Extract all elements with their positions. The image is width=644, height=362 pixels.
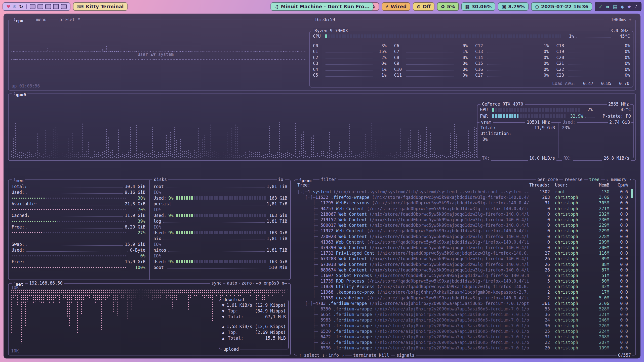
process-row[interactable]: ├─ 218067 Web Content (/nix/store/fqadd0… [297,211,628,217]
process-row[interactable]: ├─ 673038 Web Content (/nix/store/fqadd0… [297,261,628,267]
process-row[interactable]: ├─ 6654 .ferdium-wrappe (/nix/store/a1pj… [297,312,628,317]
net-auto-button[interactable]: auto [225,280,239,286]
media-module[interactable]: ♫ Minuit Machine - Don't Run Fro... [270,2,373,11]
proc-panel-title[interactable]: 4proc [298,176,313,183]
process-row[interactable]: ├─ 11972 Web Content (/nix/store/fqadd0b… [297,228,628,234]
select-control[interactable]: ↑ select ↓ [297,352,326,358]
per-core-toggle[interactable]: per-core [536,176,559,183]
reload-icon[interactable]: ↻ [19,4,23,9]
kill-button[interactable]: Kill [377,352,391,358]
network-module[interactable]: ⚡Wired [382,2,411,11]
cpu-module[interactable]: ♻5% [437,2,459,11]
signals-button[interactable]: signals [395,352,416,358]
workspace-button[interactable] [53,4,59,9]
disk-used-row: Used:9%163 GiB [153,259,287,264]
process-row[interactable]: ├─ 11739 RDD Process (/nix/store/fqadd0b… [297,278,628,284]
tree-toggle[interactable]: tree [588,176,601,183]
process-row[interactable]: ├─ 11968 .keepassxc-prox (/nix/store/bsl… [297,289,628,295]
terminate-button[interactable]: terminate [352,352,378,358]
col-tree[interactable]: Tree: [297,183,529,188]
memory-module[interactable]: ▦30.06% [461,2,495,11]
info-button[interactable]: info ↵ [327,352,345,358]
workspace-button[interactable] [45,4,51,9]
reverse-toggle[interactable]: reverse [563,176,584,183]
net-sync-button[interactable]: sync [210,280,223,286]
workspace-button[interactable] [61,4,67,9]
process-row[interactable]: ├─ 6472 .ferdium-wrappe (/nix/store/a1pj… [297,334,628,340]
update-interval-control[interactable]: - 1000ms + [604,17,633,23]
download-title: download [222,297,246,303]
sort-column-selector[interactable]: ‹ memory › [605,176,633,183]
gpu-rx-value: 26,8 MiB/s [602,155,631,161]
cpu-panel: 1cpu menu preset * 16:36:59 - 1000ms + u… [8,20,636,90]
gpu-utilization-value: 0% [482,137,488,142]
process-row[interactable]: ├─ 689674 Web Content (/nix/store/fqadd0… [297,267,628,273]
workspaces-module[interactable]: ♥ ❄ ↻ [3,2,70,11]
disks-io-toggle[interactable]: io [277,176,285,183]
disk-row: persist1,81 TiB [153,201,287,207]
tray-icon[interactable]: ▤ [613,4,617,9]
menu-button[interactable]: menu [35,17,48,23]
disk-row: boot510 MiB [153,264,287,270]
process-row[interactable]: ├─ 11732 Privileged Cont (/nix/store/fqa… [297,250,628,256]
process-row[interactable]: [-]─1 systemd (/run/current-system/syste… [297,189,628,195]
tray-icon[interactable]: ✓ [599,4,602,9]
process-row[interactable]: ├─ 6517 .ferdium-wrappe (/nix/store/a1pj… [297,340,628,345]
proc-hotkey: 4 [299,178,301,181]
filter-button[interactable]: filter [319,176,338,183]
heart-icon: ♥ [6,4,11,9]
disk-module[interactable]: ▣8.79% [498,2,529,11]
preset-button[interactable]: preset * [58,17,82,23]
toggle-module[interactable]: ⊘Off [413,2,434,11]
net-interface-switcher[interactable]: ←b enp8s0 n→ [254,280,288,286]
clock-module[interactable]: ◴2025-07-22 16:36 [531,2,592,11]
process-row[interactable]: ├─ 6511 .ferdium-wrappe (/nix/store/a1pj… [297,323,628,329]
process-scrollbar[interactable] [631,189,633,350]
process-row[interactable]: ├─ 11795 WebExtensions (/nix/store/fqadd… [297,200,628,206]
mem-panel-title[interactable]: 2mem [12,176,25,183]
tray-icon[interactable]: ◆ [621,4,624,9]
process-row[interactable]: └─ 11539 crashhelper (/nix/store/fqadd0b… [297,295,628,301]
col-threads[interactable]: Threads: [529,183,550,188]
process-row[interactable]: ├─ 94753 Web Content (/nix/store/fqadd0b… [297,206,628,211]
process-row[interactable]: ├─ 41363 Web Content (/nix/store/fqadd0b… [297,239,628,245]
process-row[interactable]: ├─ 11607 Socket Process (/nix/store/fqad… [297,273,628,278]
tray-icon[interactable]: ≈ [606,4,610,9]
col-cpu[interactable]: Cpu% [609,183,628,188]
process-row[interactable]: [-]─11532 .firefox-wrappe (/nix/store/fq… [297,195,628,200]
nix-icon: ❄ [13,4,17,9]
process-row[interactable]: ├─ 5983 .ferdium-wrappe (/nix/store/a1pj… [297,317,628,323]
scrollbar-thumb[interactable] [631,189,633,198]
process-row[interactable]: ├─ 220028 Web Content (/nix/store/fqadd0… [297,234,628,239]
col-user[interactable]: User: [550,183,588,188]
vram-total-label: Total: [480,125,496,130]
process-row[interactable]: ├─ 11839 Utility Process (/nix/store/fqa… [297,284,628,289]
disks-title[interactable]: disks [152,176,168,183]
memory-icon: ▦ [465,4,470,9]
process-row[interactable]: ├─ 219152 Web Content (/nix/store/fqadd0… [297,217,628,222]
mem-usage-bar [12,254,127,258]
process-row[interactable]: ├─ 6520 .ferdium-wrappe (/nix/store/a1pj… [297,329,628,334]
process-row[interactable]: ├─ 673288 Web Content (/nix/store/fqadd0… [297,256,628,261]
gpu-panel-title[interactable]: 5gpu0 [12,90,27,97]
col-mem[interactable]: MemB [588,183,609,188]
tray-icon[interactable]: ♪ [635,4,638,9]
cpu-panel-title[interactable]: 1cpu [12,17,25,23]
process-row[interactable]: ├─ 479390 Web Content (/nix/store/fqadd0… [297,245,628,250]
process-row[interactable]: ├─ 580017 Web Content (/nix/store/fqadd0… [297,222,628,228]
gpu-power-value: 32.9W [566,114,583,119]
core-usage: C71% [394,49,468,55]
workspace-button[interactable] [37,4,43,9]
workspace-button[interactable] [30,4,35,9]
core-usage: C130% [475,49,549,55]
toggle-icon: ⊘ [417,4,421,9]
window-title-module[interactable]: ⌨ Kitty Terminal [73,2,128,11]
mem-row: Swap:15,9 GiB [12,241,145,247]
tray-icon[interactable]: ★ [627,4,631,9]
process-row[interactable]: [-]─4783 .ferdium-wrappe (/nix/store/a1p… [297,301,628,306]
process-row[interactable]: ├─ 6350 .ferdium-wrappe (/nix/store/a1pj… [297,306,628,312]
mem-usage-bar [12,208,127,211]
disk-used-row: Used:9%163 GiB [153,195,287,201]
net-zero-button[interactable]: zero [240,280,253,286]
process-row[interactable]: ├─ 6536 .ferdium-wrappe (/nix/store/a1pj… [297,345,628,351]
